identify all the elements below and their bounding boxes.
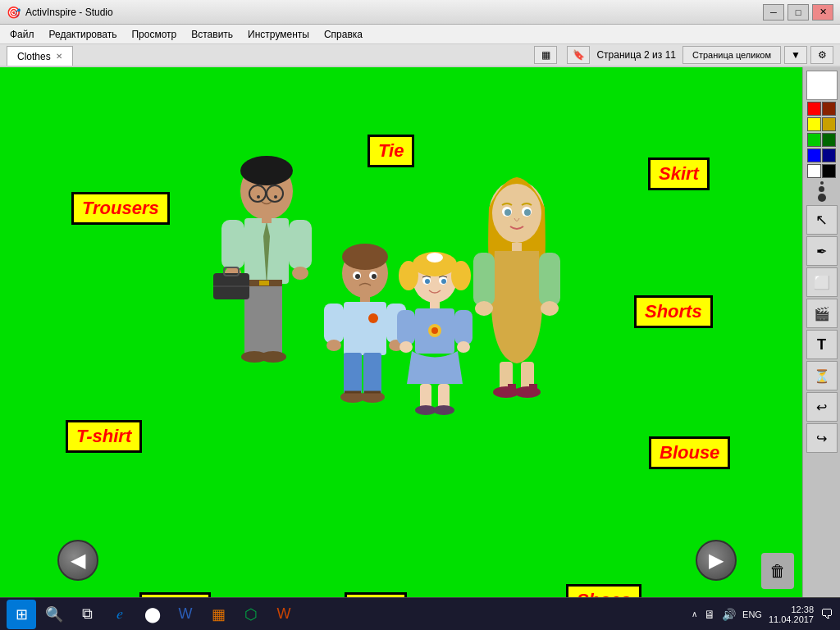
svg-point-6 (274, 195, 277, 199)
label-blouse[interactable]: Blouse (649, 436, 730, 469)
taskbar: ⊞ 🔍 ⧉ 𝑒 ⬤ W ▦ ⬡ W ∧ 🖥 🔊 ENG 12:38 11.04.… (0, 597, 840, 630)
tabbar: Clothes ✕ ▦ 🔖 Страница 2 из 11 Страница … (0, 44, 840, 67)
label-shoes[interactable]: Shoes (566, 584, 641, 597)
svg-rect-30 (344, 302, 386, 355)
app1-button[interactable]: ▦ (203, 600, 233, 629)
menu-help[interactable]: Справка (317, 27, 369, 42)
pen-tool[interactable]: ✒ (806, 236, 838, 266)
tab-close-icon[interactable]: ✕ (56, 52, 62, 61)
search-button[interactable]: 🔍 (39, 600, 69, 629)
dot-sizes (816, 180, 828, 203)
color-dark[interactable] (822, 102, 836, 116)
word-button[interactable]: W (171, 600, 200, 629)
clock-date: 11.04.2017 (769, 614, 814, 624)
svg-rect-79 (508, 384, 516, 394)
dot-small[interactable] (820, 181, 824, 185)
right-toolbar: ↖ ✒ ⬜ 🎬 T ⏳ ↩ ↪ (802, 67, 840, 597)
svg-rect-72 (539, 253, 560, 306)
color-green[interactable] (807, 133, 821, 147)
tab-label: Clothes (17, 51, 51, 62)
dot-large[interactable] (818, 194, 826, 202)
figures-illustration (197, 146, 566, 540)
label-skirt[interactable]: Skirt (648, 158, 710, 190)
svg-rect-17 (289, 220, 312, 269)
color-row-1 (807, 102, 836, 116)
hourglass-tool[interactable]: ⏳ (806, 361, 838, 390)
svg-rect-9 (262, 213, 272, 223)
svg-rect-71 (473, 253, 495, 306)
svg-point-36 (326, 340, 341, 351)
taskbar-volume[interactable]: 🔊 (722, 608, 736, 621)
maximize-button[interactable]: □ (788, 4, 809, 21)
svg-point-54 (431, 327, 438, 334)
canvas[interactable]: Trousers Tie Skirt Shorts T-shirt Blouse… (0, 67, 802, 597)
svg-point-5 (257, 195, 260, 199)
menu-tools[interactable]: Инструменты (241, 27, 316, 42)
taskbar-notification[interactable]: 🗨 (820, 607, 833, 622)
svg-point-15 (260, 351, 286, 363)
edge-button[interactable]: 𝑒 (105, 600, 135, 629)
color-row-5 (807, 164, 836, 178)
svg-rect-16 (221, 220, 244, 269)
color-blue[interactable] (807, 148, 821, 162)
text-tool[interactable]: T (806, 330, 838, 359)
menu-view[interactable]: Просмотр (125, 27, 183, 42)
svg-point-19 (292, 267, 308, 280)
color-red[interactable] (807, 102, 821, 116)
svg-point-67 (504, 209, 511, 216)
svg-rect-13 (259, 281, 269, 285)
cursor-tool[interactable]: ↖ (806, 205, 838, 235)
media-tool[interactable]: 🎬 (806, 299, 838, 328)
menubar: Файл Редактировать Просмотр Вставить Инс… (0, 25, 840, 44)
svg-rect-34 (324, 304, 344, 343)
color-dark-green[interactable] (822, 133, 836, 147)
color-row-2 (807, 117, 836, 131)
prev-arrow[interactable]: ◀ (57, 540, 98, 581)
undo-tool[interactable]: ↩ (806, 392, 838, 422)
next-arrow[interactable]: ▶ (696, 540, 737, 581)
app3-button[interactable]: W (269, 600, 299, 629)
color-black[interactable] (822, 164, 836, 178)
app-icon: 🎯 (7, 6, 21, 19)
color-yellow[interactable] (807, 117, 821, 131)
menu-edit[interactable]: Редактировать (43, 27, 124, 42)
task-view-button[interactable]: ⧉ (72, 600, 102, 629)
taskbar-chevron[interactable]: ∧ (692, 609, 697, 619)
white-square[interactable] (806, 71, 838, 100)
color-brown[interactable] (822, 117, 836, 131)
color-navy[interactable] (822, 148, 836, 162)
svg-rect-33 (363, 353, 381, 394)
svg-point-44 (399, 261, 418, 290)
label-dress[interactable]: Dress (139, 592, 211, 597)
eraser-tool[interactable]: ⬜ (806, 267, 838, 297)
color-white[interactable] (807, 164, 821, 178)
svg-point-50 (441, 279, 446, 284)
svg-point-1 (240, 156, 293, 185)
taskbar-network[interactable]: 🖥 (704, 608, 715, 621)
menu-insert[interactable]: Вставить (185, 27, 240, 42)
page-view-selector[interactable]: Страница целиком (682, 46, 781, 64)
svg-point-27 (355, 274, 360, 279)
start-button[interactable]: ⊞ (7, 600, 36, 629)
close-button[interactable]: ✕ (812, 4, 833, 21)
taskbar-lang[interactable]: ENG (742, 609, 762, 619)
dropdown-arrow[interactable]: ▼ (784, 46, 807, 64)
label-shirt[interactable]: Shirt (345, 592, 407, 597)
menu-file[interactable]: Файл (3, 27, 41, 42)
chrome-button[interactable]: ⬤ (138, 600, 167, 629)
svg-point-68 (524, 209, 531, 216)
label-tshirt[interactable]: T-shirt (66, 420, 142, 453)
svg-point-58 (457, 341, 470, 353)
minimize-button[interactable]: ─ (763, 4, 784, 21)
svg-point-64 (492, 184, 541, 243)
dot-medium[interactable] (819, 186, 824, 192)
svg-point-46 (427, 253, 443, 262)
color-row-3 (807, 133, 836, 147)
grid-view-button[interactable]: ▦ (534, 46, 557, 64)
redo-tool[interactable]: ↪ (806, 423, 838, 453)
app2-button[interactable]: ⬡ (236, 600, 266, 629)
tab-clothes[interactable]: Clothes ✕ (7, 46, 73, 66)
settings-button[interactable]: ⚙ (810, 46, 833, 64)
label-shorts[interactable]: Shorts (634, 295, 713, 328)
label-trousers[interactable]: Trousers (71, 192, 170, 225)
